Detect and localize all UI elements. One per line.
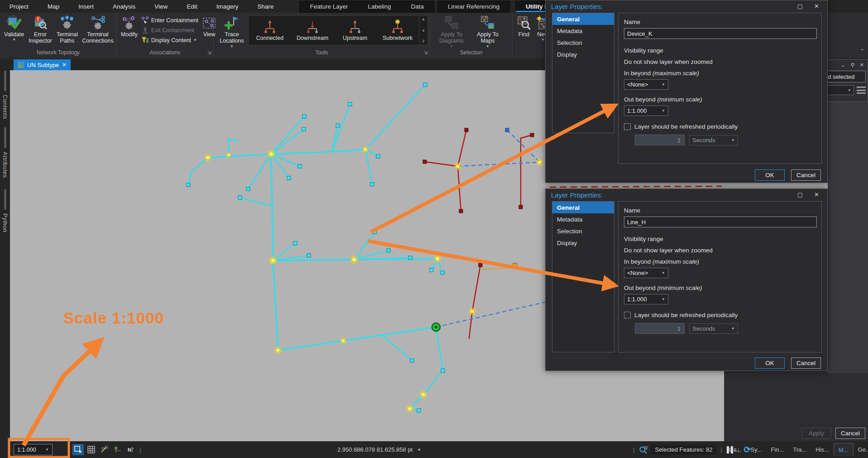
ok-button[interactable]: OK	[755, 357, 785, 369]
name-label: Name	[624, 207, 816, 214]
menu-map[interactable]: Map	[38, 3, 69, 10]
pane-tab-find[interactable]: Fin...	[767, 444, 789, 456]
green-junction-node[interactable]	[432, 323, 440, 331]
dialog-tab-display[interactable]: Display	[552, 48, 614, 60]
dialog-tab-selection[interactable]: Selection	[552, 37, 614, 48]
dialog-close-icon[interactable]: ✕	[814, 3, 819, 10]
dialog-tab-display[interactable]: Display	[552, 237, 614, 249]
exit-containment-button[interactable]: Exit Containment	[140, 26, 200, 34]
north-arrow-icon[interactable]: N	[125, 444, 136, 455]
pane-tab-symbology[interactable]: Sy...	[746, 444, 766, 456]
associations-launcher-icon[interactable]: ⇲	[207, 50, 211, 56]
map-canvas-below-dialog	[545, 371, 724, 441]
menu-insert[interactable]: Insert	[69, 3, 103, 10]
dialog-general-panel: Name Device_K Visibility range Do not sh…	[618, 13, 822, 164]
trace-connected-button[interactable]: Connected	[249, 16, 291, 45]
apply-to-diagrams-icon	[444, 15, 459, 30]
doc-tab-un-subtype[interactable]: UN Subtype ✕	[14, 59, 71, 70]
dialog-close-icon[interactable]: ✕	[814, 191, 819, 198]
validate-button[interactable]: Validate ▼	[2, 14, 26, 43]
pane-menu-icon[interactable]	[857, 87, 866, 94]
pane-tab-catalog[interactable]: Ca...	[724, 444, 746, 456]
group-label-network-topology: Network Topology	[0, 49, 116, 56]
sidetab-attributes[interactable]: Attributes	[0, 127, 10, 178]
dialog-maximize-icon[interactable]: ▢	[797, 3, 803, 10]
terminal-paths-button[interactable]: 1 2 3 Terminal Paths	[54, 14, 80, 46]
trace-locations-button[interactable]: Trace Locations ▼	[216, 14, 248, 50]
selected-features-count[interactable]: Selected Features: 82	[651, 445, 716, 454]
out-beyond-combo[interactable]: 1:1.000▼	[624, 106, 668, 116]
layer-name-input[interactable]: Device_K	[624, 28, 817, 39]
find-diagrams-label: Find	[518, 31, 529, 38]
dialog-tab-metadata[interactable]: Metadata	[552, 25, 614, 37]
sidetab-contents[interactable]: Contents	[0, 70, 10, 119]
gallery-expand-icon[interactable]: ⇳	[422, 39, 425, 43]
sidetab-python[interactable]: Python	[0, 189, 10, 232]
dialog-tab-general[interactable]: General	[552, 202, 614, 213]
terminal-connections-button[interactable]: Terminal Connections	[80, 14, 115, 46]
layer-name-input[interactable]: Line_H	[624, 217, 817, 227]
pane-close-icon[interactable]: ✕	[860, 62, 864, 68]
dialog-tab-selection[interactable]: Selection	[552, 225, 614, 237]
measure-tool-icon[interactable]: 2+	[99, 444, 110, 455]
load-selected-button[interactable]: ad selected	[821, 71, 866, 82]
ribbon-collapse-icon[interactable]: ⌃	[860, 48, 864, 54]
trace-downstream-button[interactable]: Downstream	[291, 16, 334, 45]
dialog-maximize-icon[interactable]: ▢	[797, 191, 803, 198]
dialog-tab-metadata[interactable]: Metadata	[552, 213, 614, 225]
pane-tab-trace[interactable]: Tra...	[788, 444, 811, 456]
editor-status-icon[interactable]	[112, 444, 123, 455]
refresh-interval-input[interactable]: 1	[635, 135, 685, 145]
tab-labeling[interactable]: Labeling	[358, 1, 401, 12]
menu-edit[interactable]: Edit	[177, 3, 206, 10]
panel-cancel-button[interactable]: Cancel	[835, 428, 865, 439]
map-canvas[interactable]	[10, 70, 545, 441]
trace-subnetwork-button[interactable]: Subnetwork	[376, 16, 419, 45]
menu-imagery[interactable]: Imagery	[207, 3, 248, 10]
apply-to-diagrams-button[interactable]: Apply To Diagrams ▼	[432, 14, 471, 50]
map-frame-tool-icon[interactable]	[72, 444, 84, 455]
ok-button[interactable]: OK	[755, 169, 785, 181]
menu-view[interactable]: View	[145, 3, 177, 10]
menu-analysis[interactable]: Analysis	[103, 3, 145, 10]
grid-tool-icon[interactable]	[86, 444, 97, 455]
selection-zoom-icon[interactable]	[639, 446, 648, 454]
apply-to-maps-button[interactable]: Apply To Maps ▼	[471, 14, 504, 50]
refresh-periodically-checkbox[interactable]	[624, 123, 631, 130]
apply-button[interactable]: Apply	[801, 428, 831, 439]
pane-tab-modify-active[interactable]: M...	[834, 443, 854, 456]
tab-feature-layer[interactable]: Feature Layer	[300, 1, 358, 12]
refresh-periodically-checkbox[interactable]	[624, 312, 631, 318]
tools-launcher-icon[interactable]: ⇲	[424, 50, 428, 56]
find-diagrams-button[interactable]: Find	[514, 14, 533, 39]
refresh-interval-input[interactable]: 1	[635, 323, 685, 334]
dialog-tab-general[interactable]: General	[552, 13, 614, 25]
modify-button[interactable]: Modify	[119, 14, 140, 39]
menu-project[interactable]: Project	[0, 3, 38, 10]
in-beyond-combo[interactable]: <None>▼	[624, 268, 668, 278]
in-beyond-combo[interactable]: <None>▼	[624, 79, 668, 90]
gallery-scroll-down-icon[interactable]: ∨	[422, 28, 425, 33]
cancel-button[interactable]: Cancel	[791, 169, 821, 181]
pane-tab-history[interactable]: His...	[811, 444, 834, 456]
refresh-unit-combo[interactable]: Seconds▼	[689, 323, 738, 334]
pane-collapse-icon[interactable]: ⌄	[841, 62, 845, 68]
gallery-scrollbar[interactable]: ∧ ∨ ⇳	[419, 16, 427, 45]
error-inspector-button[interactable]: ! Error Inspector	[26, 14, 54, 46]
terminal-paths-label: Terminal Paths	[57, 31, 78, 44]
gallery-scroll-up-icon[interactable]: ∧	[422, 17, 425, 22]
pane-tab-geoprocessing[interactable]: Ge...	[854, 444, 868, 456]
tab-data[interactable]: Data	[401, 1, 434, 12]
coordinate-readout[interactable]: 2.950.686.078 81.625.858 pt ▼	[337, 441, 421, 458]
menu-share[interactable]: Share	[248, 3, 283, 10]
map-scale-combo[interactable]: 1:1.000 ▼	[14, 444, 53, 455]
display-content-button[interactable]: Display Content ▼	[140, 36, 200, 44]
cancel-button[interactable]: Cancel	[791, 357, 821, 369]
out-beyond-combo[interactable]: 1:1.000▼	[624, 294, 668, 304]
doc-tab-close-icon[interactable]: ✕	[62, 62, 67, 68]
pane-pin-icon[interactable]: ⚲	[851, 62, 854, 68]
tab-linear-referencing[interactable]: Linear Referencing	[438, 1, 509, 12]
refresh-unit-combo[interactable]: Seconds▼	[689, 135, 738, 145]
trace-upstream-button[interactable]: Upstream	[334, 16, 376, 45]
enter-containment-button[interactable]: Enter Containment	[140, 16, 200, 24]
